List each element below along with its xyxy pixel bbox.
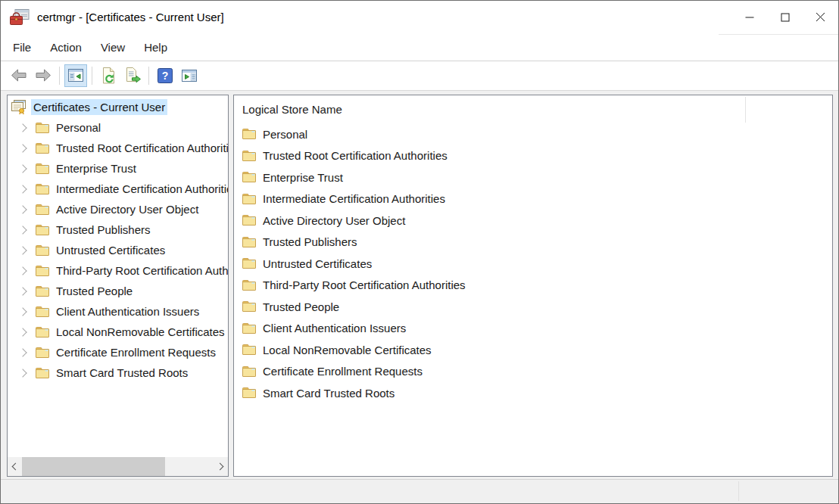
help-button[interactable]: ? bbox=[154, 64, 176, 87]
folder-icon bbox=[242, 300, 257, 313]
tree-item[interactable]: Third-Party Root Certification Authoriti… bbox=[8, 260, 228, 281]
folder-icon bbox=[35, 163, 50, 175]
chevron-right-icon[interactable] bbox=[18, 287, 27, 295]
chevron-right-icon[interactable] bbox=[18, 266, 27, 275]
column-header-logical-store-name[interactable]: Logical Store Name bbox=[242, 103, 342, 116]
list-item[interactable]: Smart Card Trusted Roots bbox=[234, 382, 832, 404]
tree-item[interactable]: Trusted People bbox=[8, 281, 228, 301]
chevron-right-icon[interactable] bbox=[18, 328, 27, 336]
tree-item[interactable]: Trusted Publishers bbox=[8, 219, 228, 240]
menu-item[interactable]: File bbox=[13, 41, 31, 54]
list-item[interactable]: Active Directory User Object bbox=[234, 210, 832, 232]
list-item[interactable]: Third-Party Root Certification Authoriti… bbox=[234, 275, 832, 297]
chevron-right-icon[interactable] bbox=[18, 123, 27, 132]
svg-text:?: ? bbox=[162, 70, 169, 82]
chevron-right-icon[interactable] bbox=[18, 246, 27, 254]
tree-root-item[interactable]: Certificates - Current User bbox=[8, 97, 228, 117]
list-item[interactable]: Trusted Root Certification Authorities bbox=[234, 145, 832, 167]
console-tree-panel: Certificates - Current User Personal bbox=[7, 95, 229, 477]
folder-icon bbox=[242, 344, 257, 356]
status-bar bbox=[1, 479, 838, 503]
folder-icon bbox=[35, 142, 50, 154]
list-item[interactable]: Personal bbox=[234, 123, 832, 145]
chevron-right-icon[interactable] bbox=[18, 226, 27, 234]
refresh-button[interactable] bbox=[97, 64, 120, 87]
folder-icon bbox=[35, 367, 50, 379]
chevron-right-icon[interactable] bbox=[18, 144, 27, 152]
list-item[interactable]: Client Authentication Issuers bbox=[234, 318, 832, 340]
chevron-right-icon bbox=[217, 463, 224, 471]
show-hide-console-tree-button[interactable] bbox=[64, 64, 87, 87]
chevron-right-icon[interactable] bbox=[18, 205, 27, 213]
back-button[interactable] bbox=[8, 64, 30, 87]
tree-item[interactable]: Intermediate Certification Authorities bbox=[8, 179, 228, 199]
menu-bar: File Action View Help bbox=[1, 33, 838, 61]
console-tree-icon bbox=[67, 67, 85, 85]
chevron-right-icon[interactable] bbox=[18, 307, 27, 316]
close-button[interactable] bbox=[803, 1, 838, 33]
tree-item[interactable]: Active Directory User Object bbox=[8, 199, 228, 219]
mmc-app-icon bbox=[10, 8, 30, 26]
folder-icon bbox=[35, 224, 50, 236]
menu-item[interactable]: View bbox=[101, 41, 125, 54]
list-item[interactable]: Trusted Publishers bbox=[234, 232, 832, 254]
maximize-icon bbox=[781, 13, 790, 22]
scroll-left-button[interactable] bbox=[8, 457, 21, 476]
show-hide-action-pane-button[interactable] bbox=[178, 64, 201, 87]
folder-icon bbox=[242, 214, 257, 226]
certmgr-window: certmgr - [Certificates - Current User] … bbox=[0, 0, 839, 504]
tree-item[interactable]: Enterprise Trust bbox=[8, 158, 228, 179]
chevron-right-icon[interactable] bbox=[18, 164, 27, 173]
tree-item[interactable]: Local NonRemovable Certificates bbox=[8, 322, 228, 342]
list-item[interactable]: Untrusted Certificates bbox=[234, 253, 832, 275]
list-item[interactable]: Enterprise Trust bbox=[234, 166, 832, 188]
toolbar-separator bbox=[148, 67, 149, 85]
mdi-child-separator bbox=[719, 34, 838, 35]
folder-icon bbox=[242, 366, 257, 378]
forward-button[interactable] bbox=[32, 64, 55, 87]
tree-item[interactable]: Client Authentication Issuers bbox=[8, 301, 228, 322]
action-pane-icon bbox=[180, 67, 198, 85]
folder-icon bbox=[242, 236, 257, 248]
folder-icon bbox=[242, 387, 257, 399]
forward-arrow-icon bbox=[34, 67, 52, 85]
minimize-button[interactable] bbox=[731, 1, 767, 33]
menu-item[interactable]: Action bbox=[50, 41, 82, 54]
horizontal-scrollbar[interactable] bbox=[8, 457, 228, 476]
tree-item[interactable]: Smart Card Trusted Roots bbox=[8, 362, 228, 383]
chevron-right-icon[interactable] bbox=[18, 348, 27, 356]
folder-icon bbox=[242, 171, 257, 183]
tree-item[interactable]: Personal bbox=[8, 117, 228, 138]
tree-item[interactable]: Untrusted Certificates bbox=[8, 240, 228, 260]
chevron-left-icon bbox=[12, 463, 20, 471]
folder-icon bbox=[242, 150, 257, 162]
folder-icon bbox=[242, 279, 257, 291]
maximize-button[interactable] bbox=[767, 1, 803, 33]
list-item[interactable]: Local NonRemovable Certificates bbox=[234, 339, 832, 361]
content-area: Certificates - Current User Personal bbox=[1, 91, 838, 479]
tree-items: Personal Trusted Root Certification Auth… bbox=[8, 117, 228, 383]
toolbar-separator bbox=[92, 67, 92, 85]
chevron-right-icon[interactable] bbox=[18, 369, 27, 377]
results-panel: Logical Store Name Personal bbox=[233, 95, 833, 477]
export-list-button[interactable] bbox=[121, 64, 144, 87]
list-item[interactable]: Intermediate Certification Authorities bbox=[234, 188, 832, 210]
tree-item[interactable]: Certificate Enrollment Requests bbox=[8, 342, 228, 362]
window-controls bbox=[731, 1, 838, 33]
help-icon: ? bbox=[156, 67, 174, 85]
scrollbar-thumb[interactable] bbox=[22, 457, 165, 476]
title-bar: certmgr - [Certificates - Current User] bbox=[1, 1, 838, 33]
tree-item[interactable]: Trusted Root Certification Authorities bbox=[8, 138, 228, 158]
folder-icon bbox=[35, 183, 50, 195]
chevron-right-icon[interactable] bbox=[18, 185, 27, 193]
folder-icon bbox=[242, 322, 257, 334]
scroll-right-button[interactable] bbox=[214, 457, 228, 476]
tree-root-label: Certificates - Current User bbox=[31, 99, 167, 115]
column-divider[interactable] bbox=[745, 97, 746, 123]
list-header-row: Logical Store Name bbox=[234, 95, 832, 123]
menu-item[interactable]: Help bbox=[144, 41, 167, 54]
list-item[interactable]: Trusted People bbox=[234, 296, 832, 318]
list-item[interactable]: Certificate Enrollment Requests bbox=[234, 361, 832, 383]
folder-icon bbox=[35, 204, 50, 216]
folder-icon bbox=[35, 326, 50, 338]
